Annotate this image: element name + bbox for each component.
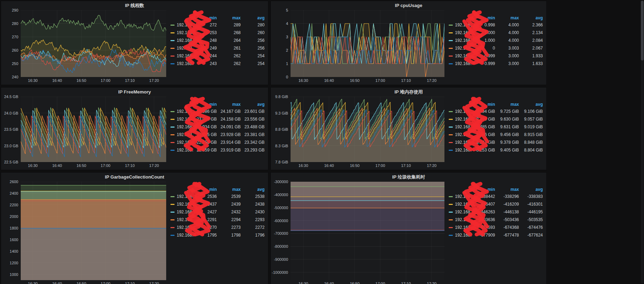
legend-series-label[interactable]: 192.168.1 [170, 216, 194, 224]
series-color-icon [170, 56, 175, 57]
legend-series-label[interactable]: 192.168.1 [170, 208, 194, 216]
time-series-chart[interactable] [21, 10, 166, 77]
legend-series-label[interactable]: 192.168.1 [448, 193, 472, 200]
legend-series-label[interactable]: 192.168.1 [448, 108, 472, 115]
legend-series-label[interactable]: 192.168.1 [448, 21, 472, 29]
legend-avg-value: 1796 [241, 231, 265, 239]
legend-series-label[interactable]: 192.168.1 [448, 60, 472, 67]
x-tick-label: 16:30 [28, 282, 38, 284]
y-tick-label: 1000 [10, 272, 18, 277]
series-color-icon [170, 127, 175, 128]
legend-series-label[interactable]: 192.168.1 [170, 115, 194, 123]
legend-min-value: 1795 [194, 231, 217, 239]
y-tick-label: 22.5 GB [4, 160, 18, 164]
legend-series-label[interactable]: 192.168.1 [170, 146, 194, 154]
legend-series-label[interactable]: 192.168.1 [448, 231, 472, 239]
legend-header: min [194, 101, 217, 108]
legend-series-label[interactable]: 192.168.1 [448, 29, 472, 37]
legend-min-value: 22.659 GB [194, 146, 217, 154]
legend-series-label[interactable]: 192.168.1 [448, 52, 472, 60]
legend-series-label[interactable]: 192.168.1 [448, 200, 472, 208]
chart-ip-gc-count: 260024002200200018001600140012001000 16:… [2, 182, 166, 284]
series-color-icon [449, 212, 453, 213]
legend-row: 192.168.10.9993.0001.933 [448, 52, 544, 60]
panel-title[interactable]: IP 垃圾收集耗时 [271, 173, 546, 181]
plot-area[interactable] [291, 97, 444, 162]
legend-series-label[interactable]: 192.168.1 [448, 37, 472, 44]
legend-series-label[interactable]: 192.168.1 [170, 193, 194, 200]
legend-avg-value: 2272 [241, 224, 265, 231]
legend-avg-value: 2.084 [520, 37, 544, 44]
series-color-icon [449, 196, 453, 197]
legend-series-label[interactable]: 192.168.1 [170, 131, 194, 138]
legend-series-label[interactable]: 192.168.1 [170, 138, 194, 146]
legend-series-label[interactable]: 192.168.1 [170, 29, 194, 37]
legend-header: max [217, 186, 241, 193]
time-series-chart[interactable] [291, 97, 444, 162]
legend-series-label[interactable]: 192.168.1 [170, 224, 194, 231]
legend-max-value: 2273 [217, 224, 241, 231]
legend-series-label[interactable]: 192.168.1 [170, 37, 194, 44]
legend-series-label[interactable]: 192.168.1 [448, 123, 472, 131]
legend-series-label[interactable]: 192.168.1 [170, 52, 194, 60]
series-color-icon [170, 219, 175, 220]
time-series-chart[interactable] [291, 10, 444, 77]
legend-series-label[interactable]: 192.168.1 [448, 138, 472, 146]
series-color-icon [170, 196, 175, 197]
plot-area[interactable] [291, 10, 444, 77]
legend-series-label[interactable]: 192.168.1 [170, 123, 194, 131]
panel-title[interactable]: IP 堆内存使用 [271, 88, 546, 96]
legend-series-label[interactable]: 192.168.1 [170, 200, 194, 208]
x-axis: 16:3016:4016:5017:0017:1017:20 [291, 77, 444, 83]
panel-title[interactable]: IP 线程数 [1, 1, 268, 9]
plot-area[interactable] [21, 10, 166, 77]
legend-max-value: 289 [217, 21, 241, 29]
legend-row: 192.168.1249261256 [170, 44, 265, 52]
legend-avg-value: 2.134 [520, 29, 544, 37]
legend-series-label[interactable]: 192.168.1 [448, 216, 472, 224]
legend-table: minmaxavg192.168.1272289280192.168.12532… [170, 14, 265, 67]
legend-row: 192.168.18.261 GiB9.378 GiB8.848 GiB [448, 138, 544, 146]
panel-title[interactable]: IP FreeMemory [1, 88, 268, 96]
legend-row: 192.168.1243262254 [170, 60, 265, 67]
legend-header: avg [241, 186, 265, 193]
legend-header-row: minmaxavg [170, 14, 265, 21]
panel-title[interactable]: IP cpuUsage [271, 1, 546, 9]
legend-series-label[interactable]: 192.168.1 [170, 21, 194, 29]
x-tick-label: 17:10 [125, 78, 135, 83]
legend-series-label[interactable]: 192.168.1 [448, 44, 472, 52]
legend-avg-value: 9.106 GiB [520, 108, 544, 115]
legend-series-label[interactable]: 192.168.1 [448, 208, 472, 216]
time-series-chart[interactable] [21, 97, 166, 162]
x-tick-label: 16:50 [350, 282, 360, 284]
legend-row: 192.168.1227022732272 [170, 224, 265, 231]
legend: minmaxavg192.168.1253625392538192.168.12… [166, 182, 266, 284]
plot-area[interactable] [21, 97, 166, 162]
y-tick-label: 24.5 GB [4, 95, 18, 99]
legend-series-label[interactable]: 192.168.1 [170, 231, 194, 239]
legend-avg-value: 8.915 GiB [520, 131, 544, 138]
legend-min-value: 2291 [194, 216, 217, 224]
legend-row: 192.168.1248264256 [170, 37, 265, 44]
legend-series-label[interactable]: 192.168.1 [448, 224, 472, 231]
legend-row: 192.168.122.659 GB23.919 GB23.293 GB [170, 146, 265, 154]
plot-area[interactable] [21, 182, 166, 280]
vertical-scrollbar[interactable] [641, 1, 644, 283]
scrollbar-thumb[interactable] [641, 1, 644, 60]
panel-ip-cpu-usage: IP cpuUsage 543210 16:3016:4016:5017:001… [271, 1, 547, 85]
legend-series-label[interactable]: 192.168.1 [448, 115, 472, 123]
legend-header: avg [520, 14, 544, 21]
legend-series-label[interactable]: 192.168.1 [170, 60, 194, 67]
legend-min-value: 272 [194, 21, 217, 29]
panel-title[interactable]: IP GarbageCollectionCount [1, 173, 268, 181]
legend-series-label[interactable]: 192.168.1 [448, 146, 472, 154]
legend-series-label[interactable]: 192.168.1 [170, 108, 194, 115]
legend-row: 192.168.1-446263-446138-446195 [448, 208, 544, 216]
legend-series-label[interactable]: 192.168.1 [170, 44, 194, 52]
legend-max-value: 24.167 GB [217, 108, 241, 115]
plot-area[interactable] [291, 182, 444, 280]
time-series-chart[interactable] [291, 182, 444, 280]
legend-series-label[interactable]: 192.168.1 [448, 131, 472, 138]
time-series-chart[interactable] [21, 182, 166, 280]
legend-avg-value: 2430 [241, 208, 265, 216]
